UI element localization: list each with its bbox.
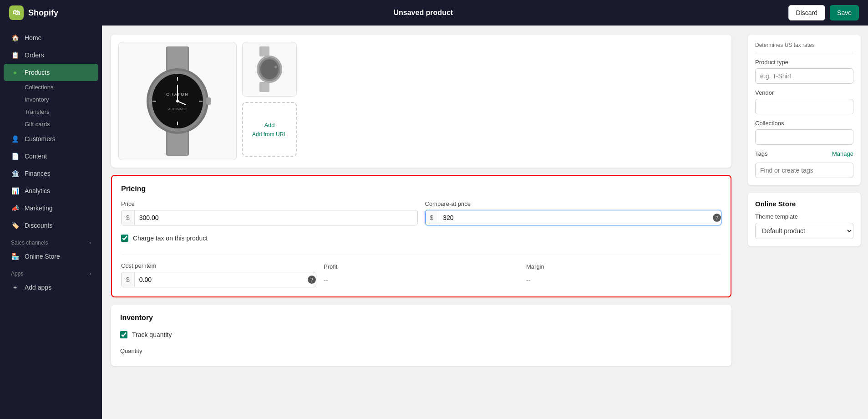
- sidebar-item-online-store[interactable]: 🏪 Online Store: [4, 248, 98, 265]
- price-input-wrapper: $: [121, 210, 418, 225]
- manage-tags-link[interactable]: Manage: [832, 150, 853, 157]
- sidebar-item-analytics[interactable]: 📊 Analytics: [4, 182, 98, 199]
- chevron-right-icon: ›: [89, 240, 91, 246]
- save-button[interactable]: Save: [830, 5, 859, 20]
- compare-input[interactable]: [438, 210, 713, 225]
- tags-label: Tags: [755, 150, 767, 157]
- tax-label: Charge tax on this product: [133, 235, 208, 242]
- product-type-label: Product type: [755, 59, 853, 66]
- price-label: Price: [121, 200, 418, 207]
- sidebar-sub-transfers[interactable]: Transfers: [4, 106, 98, 118]
- svg-point-21: [260, 59, 279, 79]
- profit-label: Profit: [324, 263, 519, 270]
- tax-note: Determines US tax rates: [755, 42, 853, 48]
- collections-label: Collections: [755, 120, 853, 127]
- topbar: 🛍 shopify Unsaved product Discard Save: [0, 0, 868, 26]
- sidebar-item-orders[interactable]: 📋 Orders: [4, 46, 98, 64]
- orders-icon: 📋: [11, 51, 19, 59]
- sidebar-item-label: Orders: [25, 51, 44, 59]
- image-card: ORATON AUTOMATIC: [111, 35, 731, 168]
- sidebar-item-label: Add apps: [25, 284, 51, 291]
- cost-input[interactable]: [135, 272, 308, 287]
- tags-input[interactable]: [755, 163, 853, 178]
- margin-value: --: [526, 273, 721, 287]
- sales-channels-label: Sales channels: [11, 240, 48, 246]
- topbar-actions: Discard Save: [788, 5, 859, 20]
- vendor-input[interactable]: [755, 99, 853, 114]
- sidebar-item-products[interactable]: ● Products: [4, 64, 98, 81]
- svg-rect-18: [259, 82, 269, 92]
- pricing-title: Pricing: [121, 185, 721, 193]
- discard-button[interactable]: Discard: [788, 5, 825, 20]
- vendor-label: Vendor: [755, 89, 853, 96]
- compare-prefix: $: [426, 210, 439, 225]
- main-product-image[interactable]: ORATON AUTOMATIC: [118, 42, 237, 160]
- theme-template-select[interactable]: Default product: [755, 223, 853, 239]
- margin-field: Margin --: [526, 263, 721, 287]
- cost-field: Cost per item $ ?: [121, 262, 316, 287]
- svg-point-16: [176, 100, 179, 102]
- sidebar-item-label: Analytics: [25, 187, 50, 194]
- inventory-card: Inventory Track quantity Quantity: [111, 305, 731, 366]
- sidebar-item-label: Home: [25, 34, 41, 41]
- online-store-title: Online Store: [755, 200, 853, 208]
- compare-price-field: Compare-at price $ ?: [425, 200, 722, 225]
- track-quantity-label: Track quantity: [132, 331, 172, 338]
- cost-input-wrapper: $ ?: [121, 272, 316, 287]
- product-type-input[interactable]: [755, 68, 853, 84]
- right-panel: Determines US tax rates Product type Ven…: [741, 26, 868, 419]
- sidebar-item-home[interactable]: 🏠 Home: [4, 29, 98, 46]
- tags-header-row: Tags Manage: [755, 150, 853, 157]
- add-from-url-label: Add from URL: [252, 131, 287, 138]
- sidebar-item-discounts[interactable]: 🏷️ Discounts: [4, 217, 98, 234]
- inventory-title: Inventory: [120, 314, 722, 322]
- brand: 🛍 shopify: [9, 5, 58, 20]
- price-prefix: $: [122, 210, 135, 225]
- track-quantity-row: Track quantity: [120, 329, 722, 338]
- chevron-right-icon: ›: [89, 271, 91, 277]
- svg-rect-1: [168, 46, 188, 72]
- brand-label: shopify: [28, 8, 58, 18]
- cost-row: Cost per item $ ? Profit -- Margin --: [121, 255, 721, 287]
- profit-field: Profit --: [324, 263, 519, 287]
- cost-help-icon[interactable]: ?: [308, 276, 316, 284]
- price-input[interactable]: [135, 210, 417, 225]
- svg-rect-7: [206, 97, 211, 105]
- shopify-logo: 🛍: [9, 5, 24, 20]
- track-quantity-checkbox[interactable]: [120, 331, 127, 338]
- image-gallery: ORATON AUTOMATIC: [118, 42, 724, 160]
- sidebar-item-content[interactable]: 📄 Content: [4, 148, 98, 165]
- sidebar-item-finances[interactable]: 🏦 Finances: [4, 165, 98, 182]
- sidebar-item-add-apps[interactable]: + Add apps: [4, 279, 98, 296]
- svg-rect-3: [168, 131, 188, 156]
- sales-channels-section: Sales channels ›: [0, 234, 102, 248]
- page-title: Unsaved product: [393, 9, 453, 17]
- sidebar-sub-collections[interactable]: Collections: [4, 81, 98, 93]
- margin-label: Margin: [526, 263, 721, 270]
- divider: [755, 53, 853, 53]
- analytics-icon: 📊: [11, 187, 19, 195]
- add-image-button[interactable]: Add Add from URL: [242, 102, 297, 157]
- store-icon: 🏪: [11, 252, 19, 261]
- thumbnail-area: Add Add from URL: [242, 42, 297, 157]
- product-thumbnail[interactable]: [242, 42, 297, 97]
- tax-checkbox[interactable]: [121, 235, 128, 242]
- sidebar-item-label: Marketing: [25, 204, 52, 212]
- collections-input[interactable]: [755, 129, 853, 145]
- sidebar-item-label: Products: [25, 69, 50, 76]
- sidebar-item-label: Content: [25, 153, 47, 160]
- sidebar-sub-gift-cards[interactable]: Gift cards: [4, 118, 98, 130]
- cost-label: Cost per item: [121, 262, 316, 269]
- sidebar-sub-inventory[interactable]: Inventory: [4, 93, 98, 106]
- sidebar-item-customers[interactable]: 👤 Customers: [4, 130, 98, 148]
- sidebar-item-marketing[interactable]: 📣 Marketing: [4, 199, 98, 217]
- sidebar-item-label: Online Store: [25, 253, 60, 260]
- svg-rect-17: [259, 46, 269, 56]
- marketing-icon: 📣: [11, 204, 19, 212]
- sidebar-item-label: Discounts: [25, 222, 52, 229]
- compare-help-icon[interactable]: ?: [713, 214, 721, 222]
- quantity-label: Quantity: [120, 347, 722, 354]
- price-field: Price $: [121, 200, 418, 225]
- tax-checkbox-row: Charge tax on this product: [121, 233, 721, 242]
- sidebar-item-label: Finances: [25, 170, 51, 177]
